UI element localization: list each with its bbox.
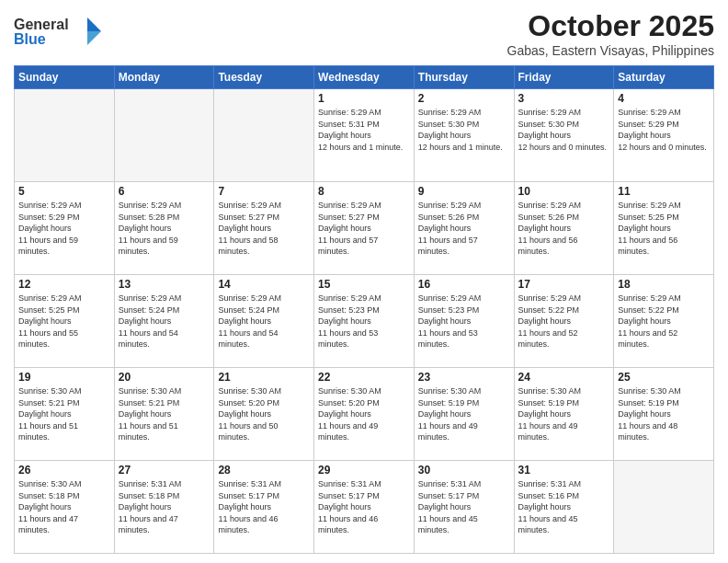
calendar-cell: 24Sunrise: 5:30 AMSunset: 5:19 PMDayligh… [514,368,614,461]
calendar-cell: 29Sunrise: 5:31 AMSunset: 5:17 PMDayligh… [314,461,415,554]
cell-info: Sunrise: 5:29 AMSunset: 5:23 PMDaylight … [318,293,410,350]
day-number: 19 [18,371,110,384]
calendar-cell [614,461,714,554]
location: Gabas, Eastern Visayas, Philippines [507,43,714,58]
day-number: 14 [218,278,310,291]
cell-info: Sunrise: 5:31 AMSunset: 5:17 PMDaylight … [318,478,410,536]
calendar-cell: 6Sunrise: 5:29 AMSunset: 5:28 PMDaylight… [114,182,214,275]
day-number: 21 [218,371,310,384]
calendar-table: Sunday Monday Tuesday Wednesday Thursday… [14,65,714,554]
day-number: 17 [518,278,610,291]
day-number: 9 [418,185,510,198]
day-number: 24 [518,371,610,384]
calendar-cell: 12Sunrise: 5:29 AMSunset: 5:25 PMDayligh… [15,275,115,368]
calendar-week-4: 26Sunrise: 5:30 AMSunset: 5:18 PMDayligh… [15,461,714,554]
header-tuesday: Tuesday [214,66,314,89]
day-number: 12 [18,278,110,291]
calendar-week-1: 5Sunrise: 5:29 AMSunset: 5:29 PMDaylight… [15,182,714,275]
cell-info: Sunrise: 5:31 AMSunset: 5:17 PMDaylight … [218,478,310,536]
day-number: 20 [119,371,210,384]
calendar-cell: 19Sunrise: 5:30 AMSunset: 5:21 PMDayligh… [15,368,115,461]
cell-info: Sunrise: 5:30 AMSunset: 5:19 PMDaylight … [418,385,510,443]
header-friday: Friday [514,66,614,89]
cell-info: Sunrise: 5:30 AMSunset: 5:20 PMDaylight … [218,385,310,443]
calendar-cell: 11Sunrise: 5:29 AMSunset: 5:25 PMDayligh… [614,182,714,275]
day-number: 31 [518,464,610,477]
cell-info: Sunrise: 5:29 AMSunset: 5:31 PMDaylight … [318,107,410,153]
calendar-cell: 10Sunrise: 5:29 AMSunset: 5:26 PMDayligh… [514,182,614,275]
calendar-week-0: 1Sunrise: 5:29 AMSunset: 5:31 PMDaylight… [15,89,714,182]
calendar-cell: 26Sunrise: 5:30 AMSunset: 5:18 PMDayligh… [15,461,115,554]
cell-info: Sunrise: 5:29 AMSunset: 5:29 PMDaylight … [18,200,110,258]
cell-info: Sunrise: 5:29 AMSunset: 5:30 PMDaylight … [518,107,610,153]
header-thursday: Thursday [414,66,514,89]
calendar-cell [114,89,214,182]
day-number: 23 [418,371,510,384]
day-number: 10 [518,185,610,198]
cell-info: Sunrise: 5:29 AMSunset: 5:27 PMDaylight … [218,200,310,258]
calendar-cell: 27Sunrise: 5:31 AMSunset: 5:18 PMDayligh… [114,461,214,554]
calendar-cell: 13Sunrise: 5:29 AMSunset: 5:24 PMDayligh… [114,275,214,368]
day-number: 22 [318,371,410,384]
day-number: 15 [318,278,410,291]
calendar-cell [15,89,115,182]
header-wednesday: Wednesday [314,66,415,89]
calendar-cell: 8Sunrise: 5:29 AMSunset: 5:27 PMDaylight… [314,182,415,275]
day-number: 11 [618,185,710,198]
cell-info: Sunrise: 5:29 AMSunset: 5:23 PMDaylight … [418,293,510,350]
day-number: 13 [119,278,210,291]
calendar-cell: 15Sunrise: 5:29 AMSunset: 5:23 PMDayligh… [314,275,415,368]
cell-info: Sunrise: 5:29 AMSunset: 5:24 PMDaylight … [119,293,210,350]
calendar-cell: 21Sunrise: 5:30 AMSunset: 5:20 PMDayligh… [214,368,314,461]
calendar-cell: 31Sunrise: 5:31 AMSunset: 5:16 PMDayligh… [514,461,614,554]
page: General Blue October 2025 Gabas, Eastern… [0,0,728,563]
calendar-cell: 22Sunrise: 5:30 AMSunset: 5:20 PMDayligh… [314,368,415,461]
calendar-cell: 2Sunrise: 5:29 AMSunset: 5:30 PMDaylight… [414,89,514,182]
logo-text: General Blue [14,13,110,53]
day-number: 28 [218,464,310,477]
day-number: 18 [618,278,710,291]
calendar-cell: 5Sunrise: 5:29 AMSunset: 5:29 PMDaylight… [15,182,115,275]
day-number: 1 [318,92,410,105]
cell-info: Sunrise: 5:29 AMSunset: 5:30 PMDaylight … [418,107,510,153]
calendar-cell: 4Sunrise: 5:29 AMSunset: 5:29 PMDaylight… [614,89,714,182]
day-number: 5 [18,185,110,198]
calendar-cell: 1Sunrise: 5:29 AMSunset: 5:31 PMDaylight… [314,89,415,182]
cell-info: Sunrise: 5:29 AMSunset: 5:28 PMDaylight … [119,200,210,258]
cell-info: Sunrise: 5:30 AMSunset: 5:20 PMDaylight … [318,385,410,443]
cell-info: Sunrise: 5:30 AMSunset: 5:19 PMDaylight … [518,385,610,443]
cell-info: Sunrise: 5:29 AMSunset: 5:22 PMDaylight … [518,293,610,350]
day-number: 30 [418,464,510,477]
calendar-cell: 20Sunrise: 5:30 AMSunset: 5:21 PMDayligh… [114,368,214,461]
cell-info: Sunrise: 5:29 AMSunset: 5:26 PMDaylight … [418,200,510,258]
svg-marker-3 [87,31,101,45]
cell-info: Sunrise: 5:29 AMSunset: 5:26 PMDaylight … [518,200,610,258]
day-number: 7 [218,185,310,198]
day-number: 4 [618,92,710,105]
calendar-cell: 9Sunrise: 5:29 AMSunset: 5:26 PMDaylight… [414,182,514,275]
calendar-week-2: 12Sunrise: 5:29 AMSunset: 5:25 PMDayligh… [15,275,714,368]
header-monday: Monday [114,66,214,89]
cell-info: Sunrise: 5:31 AMSunset: 5:18 PMDaylight … [119,478,210,536]
day-number: 29 [318,464,410,477]
calendar-cell: 14Sunrise: 5:29 AMSunset: 5:24 PMDayligh… [214,275,314,368]
calendar-cell: 25Sunrise: 5:30 AMSunset: 5:19 PMDayligh… [614,368,714,461]
cell-info: Sunrise: 5:31 AMSunset: 5:17 PMDaylight … [418,478,510,536]
cell-info: Sunrise: 5:29 AMSunset: 5:22 PMDaylight … [618,293,710,350]
cell-info: Sunrise: 5:30 AMSunset: 5:21 PMDaylight … [119,385,210,443]
day-number: 25 [618,371,710,384]
calendar-cell: 18Sunrise: 5:29 AMSunset: 5:22 PMDayligh… [614,275,714,368]
calendar-cell: 7Sunrise: 5:29 AMSunset: 5:27 PMDaylight… [214,182,314,275]
calendar-cell: 3Sunrise: 5:29 AMSunset: 5:30 PMDaylight… [514,89,614,182]
svg-text:General: General [14,17,69,32]
header-sunday: Sunday [15,66,115,89]
logo: General Blue [14,13,110,53]
calendar-cell: 17Sunrise: 5:29 AMSunset: 5:22 PMDayligh… [514,275,614,368]
day-number: 2 [418,92,510,105]
day-number: 8 [318,185,410,198]
day-number: 26 [18,464,110,477]
cell-info: Sunrise: 5:30 AMSunset: 5:18 PMDaylight … [18,478,110,536]
cell-info: Sunrise: 5:29 AMSunset: 5:25 PMDaylight … [18,293,110,350]
day-number: 16 [418,278,510,291]
title-section: October 2025 Gabas, Eastern Visayas, Phi… [507,9,714,58]
